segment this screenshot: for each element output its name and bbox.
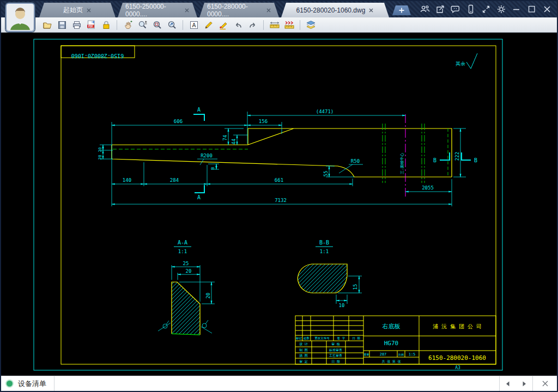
tb-rev-mark: 标记 [295,336,302,340]
bb-dim-15: 15 [353,284,358,290]
nav-next-button[interactable] [516,376,532,391]
undo-button[interactable] [231,19,245,32]
nav-previous-button[interactable] [500,376,516,391]
share-icon[interactable] [434,3,447,15]
section-aa-view: A-A 1:1 [158,240,215,335]
close-button[interactable] [541,3,554,15]
close-icon [542,380,549,387]
mobile-phone-icon[interactable] [464,3,477,15]
panel-close-button[interactable] [533,376,557,391]
marker-markup-button[interactable] [216,19,230,32]
redo-arrow-icon [248,20,258,30]
continuous-measure-button[interactable] [282,19,296,32]
marker-pen-icon [219,20,228,30]
section-a-bottom-label: A [197,194,201,200]
toolbar-separator [183,20,183,30]
pencil-markup-button[interactable] [202,19,215,32]
open-file-button[interactable] [40,19,54,32]
maximize-button[interactable] [525,3,538,15]
tab-label: 6150-250000-0000.... [125,3,181,18]
redo-button[interactable] [246,19,259,32]
drawing-canvas[interactable]: 6150-280020-1060 其余 三.圆锥中心 [1,33,557,376]
surface-note-text: 其余 [456,61,465,66]
print-button[interactable] [70,19,83,32]
title-block: 标记 处数 更改文件号 签 字 日 期 设 计 制 图 描 图 审 定 审 核 … [295,316,496,370]
roughness-symbol-icon [466,53,477,69]
sheet-frame: 6150-280020-1060 [34,39,502,370]
lock-button[interactable] [99,19,113,32]
bb-dim-10: 10 [339,303,345,308]
wechat-chat-icon[interactable] [449,3,462,15]
svg-text:PDF: PDF [88,25,93,28]
tab-dwg-250000[interactable]: 6150-250000-0000.... [118,3,197,17]
dim-2055: 2055 [422,185,434,191]
continuous-measure-icon [284,20,295,30]
toolbar-separator [263,20,264,30]
tab-close-icon[interactable] [184,8,190,13]
settings-gear-icon[interactable] [495,3,508,15]
text-annotation-button[interactable]: A [187,19,201,32]
plus-icon [398,7,405,14]
aa-dim-20-right: 20 [205,293,211,299]
dimensions [100,112,466,206]
tab-close-icon[interactable] [266,8,271,13]
pdf-icon: PDF [86,20,96,30]
tb-standard-review-label: 标准审查 [329,348,342,352]
text-tool-icon: A [189,20,199,30]
pencil-icon [204,20,214,30]
measure-button[interactable] [268,19,281,32]
tab-dwg-280000[interactable]: 6150-280000-0000.... [199,3,279,17]
measure-ruler-icon [269,20,280,30]
tab-label: 6150-280000-0000.... [207,3,263,18]
tb-approve-label: 审 定 [299,359,308,364]
tab-close-icon[interactable] [368,8,374,13]
zoom-window-icon [153,20,162,30]
zoom-window-button[interactable] [150,19,164,32]
tb-rev-date: 日 期 [352,336,360,340]
fullscreen-icon[interactable] [480,3,493,15]
pan-tool-button[interactable] [121,19,135,32]
titlebar-actions [418,1,557,17]
section-cut-marks [193,114,471,193]
app-window: 起始页 6150-250000-0000.... 6150-280000-000… [0,0,558,392]
surface-finish-note: 其余 [456,53,477,69]
tb-trace-label: 描 图 [299,353,308,358]
dim-156: 156 [259,119,268,124]
tab-dwg-280020-active[interactable]: 6150-280020-1060.dwg [281,3,389,17]
tab-strip: 起始页 6150-250000-0000.... 6150-280000-000… [39,1,411,17]
tb-company: 浦 沅 集 团 公 司 [433,323,482,329]
minimize-button[interactable] [510,3,523,15]
cad-drawing: 6150-280020-1060 其余 三.圆锥中心 [1,33,558,376]
open-folder-icon [43,20,52,30]
undo-arrow-icon [233,20,243,30]
tab-label: 起始页 [63,5,83,15]
dim-r200: R200 [201,153,213,158]
section-a-top-label: A [197,107,201,113]
dim-55: 55 [323,171,329,177]
zoom-in-out-button[interactable] [136,19,149,32]
new-tab-button[interactable] [392,5,411,15]
dim-661: 661 [275,177,283,183]
save-button[interactable] [55,19,69,32]
device-list-button[interactable]: 设备清单 [17,379,54,389]
tab-start-page[interactable]: 起始页 [39,3,116,17]
tab-close-icon[interactable] [86,8,92,13]
tb-process-review-label: 工艺审查 [329,353,342,357]
dim-r50: R50 [351,158,360,164]
section-bb-title: B-B [319,240,329,246]
zoom-extents-button[interactable] [165,19,179,32]
export-pdf-button[interactable]: PDF [84,19,98,32]
layers-icon [306,20,316,30]
dim-8: 8 [210,167,215,169]
collaborate-users-icon[interactable] [418,3,432,15]
dim-140: 140 [123,177,131,183]
tb-scale-label: 比例 [398,353,404,357]
status-green-dot-icon [7,381,13,387]
user-avatar[interactable] [5,3,35,32]
tb-date-label: 日 期 [331,359,340,364]
layers-button[interactable] [304,19,318,32]
tb-design-label: 设 计 [299,342,308,346]
dim-606: 606 [174,119,183,124]
dim-4471: (4471) [316,109,334,114]
save-floppy-icon [57,20,67,30]
